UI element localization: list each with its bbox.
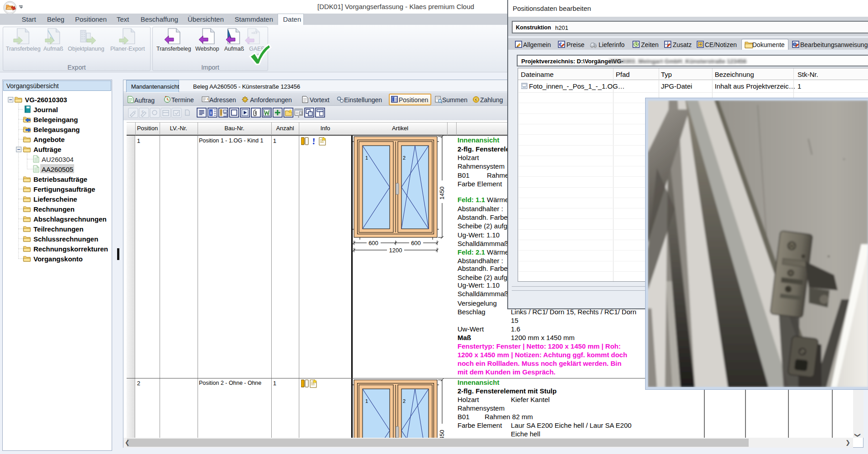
svg-text:€: € xyxy=(475,98,477,102)
svg-text:i: i xyxy=(210,110,212,115)
svg-text:x83: x83 xyxy=(251,31,257,35)
svg-text:€: € xyxy=(142,109,144,114)
